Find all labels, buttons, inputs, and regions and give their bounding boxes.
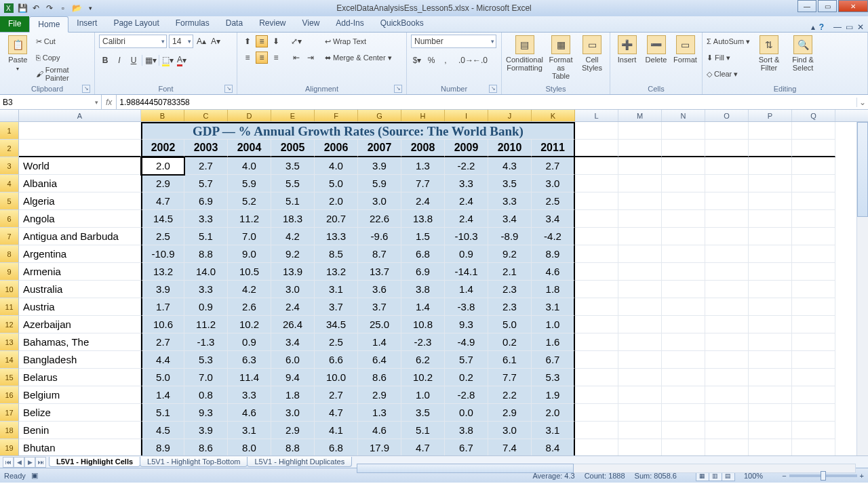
data-cell[interactable]: 2.7: [315, 386, 358, 404]
data-cell[interactable]: 26.4: [271, 316, 315, 333]
cell-P5[interactable]: [749, 192, 792, 210]
cell-L6[interactable]: [575, 210, 618, 228]
cell-Q13[interactable]: [792, 333, 835, 351]
data-cell[interactable]: 34.5: [315, 316, 358, 333]
data-cell[interactable]: 5.5: [271, 175, 315, 192]
cell-Q8[interactable]: [792, 245, 835, 263]
cell-L5[interactable]: [575, 192, 618, 210]
cell-P10[interactable]: [749, 281, 792, 298]
data-cell[interactable]: 13.7: [358, 263, 401, 281]
cell-L11[interactable]: [575, 298, 618, 316]
cell-M15[interactable]: [618, 369, 662, 386]
sheet-tab[interactable]: L5V1 - Highlight Cells: [49, 457, 140, 467]
data-cell[interactable]: 5.3: [184, 351, 228, 369]
cell-M18[interactable]: [618, 422, 662, 439]
fill-button[interactable]: ⬇ Fill ▾: [707, 50, 750, 65]
data-cell[interactable]: 0.8: [184, 386, 228, 404]
alignment-launcher-icon[interactable]: ↘: [394, 85, 402, 93]
country-label[interactable]: Antigua and Barbuda: [19, 228, 141, 245]
cell-P11[interactable]: [749, 298, 792, 316]
cell-N14[interactable]: [662, 351, 705, 369]
data-cell[interactable]: 4.1: [315, 422, 358, 439]
data-cell[interactable]: 3.9: [184, 422, 228, 439]
fx-icon[interactable]: fx: [106, 98, 112, 107]
number-launcher-icon[interactable]: ↘: [489, 85, 497, 93]
cell-Q5[interactable]: [792, 192, 835, 210]
tab-insert[interactable]: Insert: [68, 16, 105, 32]
cell-M13[interactable]: [618, 333, 662, 351]
clipboard-launcher-icon[interactable]: ↘: [82, 85, 90, 93]
cell-L1[interactable]: [575, 122, 618, 140]
data-cell[interactable]: 2.2: [488, 386, 532, 404]
name-box[interactable]: B3: [0, 95, 102, 109]
data-cell[interactable]: 2.4: [445, 210, 488, 228]
tab-page-layout[interactable]: Page Layout: [105, 16, 167, 32]
data-cell[interactable]: 1.0: [532, 316, 575, 333]
data-cell[interactable]: 2.4: [401, 192, 445, 210]
cell-N5[interactable]: [662, 192, 705, 210]
col-header-H[interactable]: H: [401, 110, 445, 121]
data-cell[interactable]: 22.6: [358, 210, 401, 228]
data-cell[interactable]: 10.0: [315, 369, 358, 386]
cell-Q4[interactable]: [792, 175, 835, 192]
data-cell[interactable]: -8.9: [488, 228, 532, 245]
align-middle-icon[interactable]: ≡: [256, 35, 268, 47]
cell-N13[interactable]: [662, 333, 705, 351]
data-cell[interactable]: 2.0: [532, 404, 575, 422]
data-cell[interactable]: 7.0: [184, 369, 228, 386]
data-cell[interactable]: 2.7: [141, 333, 184, 351]
data-cell[interactable]: 11.2: [228, 210, 271, 228]
conditional-formatting-button[interactable]: ▤Conditional Formatting: [506, 34, 543, 72]
close-button[interactable]: ✕: [838, 0, 868, 12]
data-cell[interactable]: 10.2: [228, 316, 271, 333]
data-cell[interactable]: 2.5: [315, 333, 358, 351]
autosum-button[interactable]: Σ AutoSum ▾: [707, 34, 750, 49]
vertical-scrollbar[interactable]: [856, 122, 868, 455]
data-cell[interactable]: 13.8: [401, 210, 445, 228]
cell-Q3[interactable]: [792, 157, 835, 175]
increase-font-icon[interactable]: A▴: [195, 35, 208, 47]
data-cell[interactable]: 2.7: [184, 157, 228, 175]
data-cell[interactable]: 3.5: [488, 175, 532, 192]
cell-O1[interactable]: [705, 122, 749, 140]
cell-M10[interactable]: [618, 281, 662, 298]
data-cell[interactable]: 6.4: [358, 351, 401, 369]
data-cell[interactable]: 6.8: [401, 245, 445, 263]
data-cell[interactable]: 8.6: [184, 439, 228, 455]
cell-Q6[interactable]: [792, 210, 835, 228]
data-cell[interactable]: 6.6: [315, 351, 358, 369]
data-cell[interactable]: 1.8: [271, 386, 315, 404]
cell-O2[interactable]: [705, 140, 749, 157]
year-header-2010[interactable]: 2010: [488, 140, 532, 157]
data-cell[interactable]: 11.2: [184, 316, 228, 333]
data-cell[interactable]: 3.1: [532, 298, 575, 316]
minimize-button[interactable]: —: [797, 0, 816, 12]
col-header-Q[interactable]: Q: [792, 110, 835, 121]
cell-M12[interactable]: [618, 316, 662, 333]
row-header-3[interactable]: 3: [0, 157, 19, 175]
ribbon-minimize-icon[interactable]: ▴: [811, 22, 815, 32]
col-header-I[interactable]: I: [445, 110, 488, 121]
data-cell[interactable]: 7.7: [401, 175, 445, 192]
cell-O4[interactable]: [705, 175, 749, 192]
macro-record-icon[interactable]: ▣: [31, 471, 38, 480]
cell-M4[interactable]: [618, 175, 662, 192]
cell-Q18[interactable]: [792, 422, 835, 439]
data-cell[interactable]: 3.3: [184, 210, 228, 228]
sheet-tab[interactable]: L5V1 - Highlight Top-Bottom: [140, 457, 248, 467]
data-cell[interactable]: 4.2: [271, 228, 315, 245]
cell-O10[interactable]: [705, 281, 749, 298]
data-cell[interactable]: 3.1: [315, 281, 358, 298]
data-cell[interactable]: 3.7: [315, 298, 358, 316]
cell-N8[interactable]: [662, 245, 705, 263]
row-header-15[interactable]: 15: [0, 369, 19, 386]
data-cell[interactable]: 3.0: [271, 404, 315, 422]
data-cell[interactable]: 5.0: [141, 369, 184, 386]
cell-M16[interactable]: [618, 386, 662, 404]
data-cell[interactable]: 4.0: [228, 157, 271, 175]
country-label[interactable]: Austria: [19, 298, 141, 316]
data-cell[interactable]: 8.9: [532, 245, 575, 263]
cell-M5[interactable]: [618, 192, 662, 210]
orientation-icon[interactable]: ⤢▾: [290, 35, 302, 47]
cell-L15[interactable]: [575, 369, 618, 386]
